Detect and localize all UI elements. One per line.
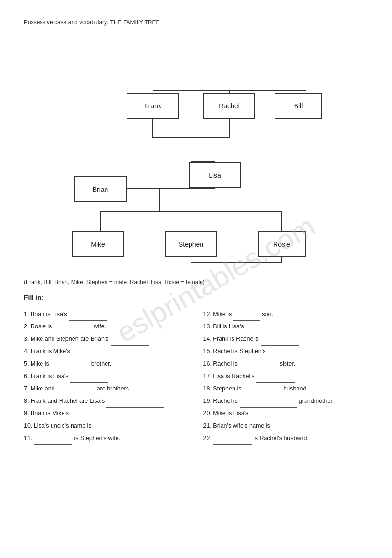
fill-in-label: Fill in:: [24, 294, 368, 302]
page-title: Possessive case and vocabulary: THE FAMI…: [24, 19, 368, 26]
node-brian: Brian: [74, 176, 127, 202]
question-12: 12. Mike is son.: [203, 308, 369, 321]
family-tree: Frank Rachel Bill Lisa Brian Mike Stephe…: [24, 40, 368, 269]
question-20: 20. Mike is Lisa's: [203, 408, 369, 420]
question-8: 8. Frank and Rachel are Lisa's: [24, 395, 189, 408]
question-5: 5. Mike is brother.: [24, 358, 189, 370]
node-rosie: Rosie: [258, 231, 306, 257]
question-22: 22. is Rachel's husband.: [203, 432, 369, 445]
question-16: 16. Rachel is sister.: [203, 358, 369, 370]
question-4: 4. Frank is Mike's: [24, 346, 189, 358]
node-bill: Bill: [275, 93, 322, 119]
questions-grid: 1. Brian is Lisa's 2. Rosie is wife. 3. …: [24, 308, 368, 445]
node-rachel: Rachel: [203, 93, 255, 119]
node-mike: Mike: [72, 231, 124, 257]
question-14: 14. Frank is Rachel's: [203, 333, 369, 346]
questions-left: 1. Brian is Lisa's 2. Rosie is wife. 3. …: [24, 308, 189, 445]
node-frank: Frank: [127, 93, 179, 119]
question-18: 18. Stephen is husband.: [203, 383, 369, 395]
question-15: 15. Rachel is Stephen's: [203, 346, 369, 358]
question-9: 9. Brian is Mike's: [24, 408, 189, 420]
question-10: 10. Lisa's uncle's name is: [24, 420, 189, 432]
questions-right: 12. Mike is son. 13. Bill is Lisa's 14. …: [203, 308, 369, 445]
question-7: 7. Mike and are brothers.: [24, 383, 189, 395]
question-17: 17. Lisa is Rachel's: [203, 370, 369, 383]
tree-notes: (Frank, Bill, Brian, Mike, Stephen = mal…: [24, 279, 368, 285]
question-2: 2. Rosie is wife.: [24, 321, 189, 333]
question-6: 6. Frank is Lisa's: [24, 370, 189, 383]
node-stephen: Stephen: [165, 231, 217, 257]
question-21: 21. Brian's wife's name is: [203, 420, 369, 432]
question-3: 3. Mike and Stephen are Brian's: [24, 333, 189, 346]
question-13: 13. Bill is Lisa's: [203, 321, 369, 333]
node-lisa: Lisa: [189, 162, 241, 188]
question-1: 1. Brian is Lisa's: [24, 308, 189, 321]
question-19: 19. Rachel is grandmother.: [203, 395, 369, 408]
question-11: 11. is Stephen's wife.: [24, 432, 189, 445]
